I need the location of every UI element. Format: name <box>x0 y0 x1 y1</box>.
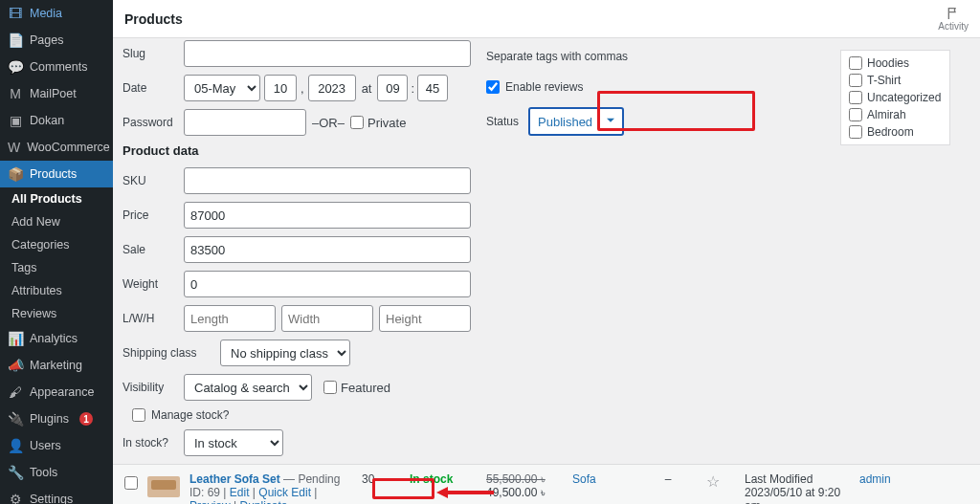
date-month-select[interactable]: 05-May <box>184 75 260 101</box>
weight-input[interactable] <box>184 271 471 297</box>
sidebar-item-analytics[interactable]: 📊 Analytics <box>0 325 113 352</box>
content: Slug Date 05-May , at : Password <box>113 38 980 504</box>
date-year-input[interactable] <box>308 75 356 101</box>
cat-almirah-checkbox[interactable] <box>849 108 862 121</box>
duplicate-link[interactable]: Duplicate <box>239 499 287 504</box>
sidebar-item-label: Comments <box>30 60 87 74</box>
sidebar-item-settings[interactable]: ⚙ Settings <box>0 486 113 504</box>
sidebar-item-label: Products <box>30 167 77 181</box>
product-title-link[interactable]: Leather Sofa Set <box>189 472 280 486</box>
sidebar-sub-add-new[interactable]: Add New <box>0 210 113 233</box>
tools-icon: 🔧 <box>8 465 23 480</box>
cat-tshirt[interactable]: T-Shirt <box>849 74 942 87</box>
product-row: Leather Sofa Set — Pending ID: 69 | Edit… <box>113 464 980 504</box>
sidebar-item-marketing[interactable]: 📣 Marketing <box>0 352 113 379</box>
sidebar-item-label: Analytics <box>30 332 78 345</box>
page-icon: 📄 <box>8 33 23 48</box>
sidebar-item-label: Dokan <box>30 114 64 127</box>
sidebar-item-tools[interactable]: 🔧 Tools <box>0 459 113 486</box>
modified-date: 2023/05/10 at 9:20 am <box>745 486 850 504</box>
modified-label: Last Modified <box>745 472 850 486</box>
instock-select[interactable]: In stock <box>184 429 283 456</box>
cat-bedroom-checkbox[interactable] <box>849 125 862 139</box>
cat-bedroom[interactable]: Bedroom <box>849 125 942 139</box>
slug-label: Slug <box>122 47 184 60</box>
slug-input[interactable] <box>184 40 471 67</box>
product-price-old: 55,500.00 ৳ <box>486 472 563 486</box>
lwh-label: L/W/H <box>122 312 184 325</box>
sidebar-item-dokan[interactable]: ▣ Dokan <box>0 107 113 134</box>
sidebar-item-appearance[interactable]: 🖌 Appearance <box>0 379 113 405</box>
featured-checkbox[interactable] <box>323 381 337 394</box>
quick-edit-link[interactable]: Quick Edit <box>258 486 311 499</box>
activity-button[interactable]: Activity <box>938 6 969 32</box>
price-label: Price <box>122 208 184 222</box>
sidebar-item-users[interactable]: 👤 Users <box>0 432 113 459</box>
password-input[interactable] <box>184 109 306 136</box>
sidebar-item-pages[interactable]: 📄 Pages <box>0 27 113 54</box>
date-min-input[interactable] <box>417 75 448 101</box>
quick-edit-middle: Separate tags with commas Enable reviews… <box>486 38 831 143</box>
sidebar-item-label: MailPoet <box>30 87 77 100</box>
width-input[interactable] <box>281 305 373 332</box>
cat-uncategorized[interactable]: Uncategorized <box>849 91 942 104</box>
height-input[interactable] <box>379 305 471 332</box>
sidebar-item-label: Marketing <box>30 359 82 372</box>
sidebar-item-media[interactable]: 🎞 Media <box>0 0 113 27</box>
status-select[interactable]: Published <box>528 107 624 136</box>
cat-tshirt-checkbox[interactable] <box>849 74 862 87</box>
sidebar-item-label: Appearance <box>30 385 94 399</box>
product-thumbnail[interactable] <box>147 476 180 497</box>
sidebar-item-woocommerce[interactable]: W WooCommerce <box>0 134 113 161</box>
plugins-icon: 🔌 <box>8 411 23 427</box>
product-data-heading: Product data <box>122 143 477 158</box>
products-icon: 📦 <box>8 166 23 182</box>
sidebar-sub-tags[interactable]: Tags <box>0 256 113 279</box>
product-category-link[interactable]: Sofa <box>572 472 596 486</box>
sidebar-item-label: Settings <box>30 493 73 504</box>
date-hour-input[interactable] <box>377 75 408 101</box>
product-id: ID: 69 <box>189 486 220 499</box>
price-input[interactable] <box>184 202 471 229</box>
shipping-class-select[interactable]: No shipping class <box>220 340 350 366</box>
settings-icon: ⚙ <box>8 492 23 504</box>
sidebar-sub-categories[interactable]: Categories <box>0 233 113 256</box>
category-box: Hoodies T-Shirt Uncategorized Almirah Be… <box>840 50 950 145</box>
row-checkbox[interactable] <box>124 476 138 490</box>
private-checkbox[interactable] <box>350 116 364 129</box>
product-author-link[interactable]: admin <box>859 472 891 486</box>
featured-star[interactable]: ☆ <box>706 472 735 491</box>
manage-stock-checkbox[interactable] <box>132 408 145 422</box>
password-label: Password <box>122 116 184 129</box>
cat-hoodies-checkbox[interactable] <box>849 56 862 70</box>
flag-icon <box>946 6 961 21</box>
sidebar-item-label: Users <box>30 439 61 452</box>
preview-link[interactable]: Preview <box>189 499 231 504</box>
analytics-icon: 📊 <box>8 331 23 346</box>
woocommerce-icon: W <box>8 140 20 155</box>
sidebar-sub-reviews[interactable]: Reviews <box>0 302 113 325</box>
sidebar-sub-attributes[interactable]: Attributes <box>0 279 113 302</box>
cat-uncategorized-checkbox[interactable] <box>849 91 862 104</box>
cat-hoodies[interactable]: Hoodies <box>849 56 942 70</box>
instock-label: In stock? <box>122 436 184 449</box>
date-day-input[interactable] <box>264 75 297 101</box>
sidebar-item-mailpoet[interactable]: M MailPoet <box>0 80 113 107</box>
cat-almirah[interactable]: Almirah <box>849 108 942 121</box>
sidebar-item-products[interactable]: 📦 Products <box>0 161 113 187</box>
visibility-select[interactable]: Catalog & search <box>184 374 312 401</box>
sidebar-item-plugins[interactable]: 🔌 Plugins 1 <box>0 405 113 432</box>
date-label: Date <box>122 81 184 95</box>
dokan-icon: ▣ <box>8 113 23 128</box>
sidebar-item-label: Media <box>30 7 62 20</box>
length-input[interactable] <box>184 305 276 332</box>
sale-input[interactable] <box>184 236 471 263</box>
sidebar-sub-all-products[interactable]: All Products <box>0 187 113 210</box>
product-qty: 30 <box>362 472 400 486</box>
quick-edit-right: Hoodies T-Shirt Uncategorized Almirah Be… <box>840 38 960 145</box>
enable-reviews-checkbox[interactable] <box>486 80 500 94</box>
edit-link[interactable]: Edit <box>230 486 250 499</box>
sidebar-item-comments[interactable]: 💬 Comments <box>0 54 113 80</box>
sku-input[interactable] <box>184 167 471 194</box>
product-stock: In stock <box>410 472 477 486</box>
